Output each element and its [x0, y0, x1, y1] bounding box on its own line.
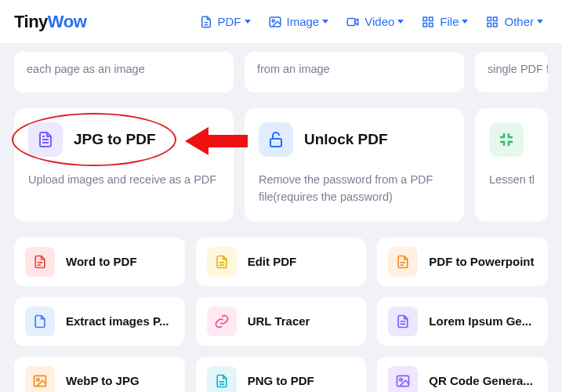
tool-label: URL Tracer: [248, 314, 310, 328]
feature-title: JPG to PDF: [74, 131, 156, 148]
partial-card-1[interactable]: each page as an image: [14, 52, 234, 93]
feature-jpg-to-pdf[interactable]: JPG to PDF Upload images and receive as …: [14, 108, 234, 222]
image-icon: [25, 366, 55, 392]
nav-file[interactable]: File: [421, 15, 468, 29]
svg-point-14: [37, 379, 39, 381]
tool-edit-pdf[interactable]: Edit PDF: [196, 238, 367, 286]
document-icon: [25, 307, 55, 336]
nav-video[interactable]: Video: [346, 15, 404, 29]
tool-row-3: WebP to JPG PNG to PDF QR Code Genera...: [0, 357, 562, 392]
unlock-icon: [259, 122, 293, 157]
chevron-down-icon: [397, 20, 404, 24]
chevron-down-icon: [322, 20, 328, 24]
chevron-down-icon: [537, 20, 543, 24]
document-icon: [207, 247, 237, 277]
nav-other[interactable]: Other: [485, 15, 543, 29]
nav-label: File: [440, 15, 459, 28]
document-icon: [207, 366, 237, 392]
svg-rect-5: [423, 23, 427, 27]
tool-word-to-pdf[interactable]: Word to PDF: [14, 238, 185, 286]
tool-label: WebP to JPG: [66, 374, 140, 387]
svg-rect-6: [430, 23, 433, 27]
logo[interactable]: TinyWow: [14, 12, 86, 32]
video-icon: [346, 15, 360, 29]
tool-label: Edit PDF: [248, 255, 297, 268]
grid-icon: [421, 15, 435, 29]
top-nav: PDF Image Video File: [199, 15, 543, 29]
partial-desc: from an image: [257, 61, 330, 78]
feature-desc: Lessen the file: [489, 171, 534, 188]
app-header: TinyWow PDF Image Video: [0, 0, 562, 44]
tool-label: PDF to Powerpoint: [429, 255, 534, 268]
partial-card-3[interactable]: single PDF file: [475, 52, 548, 93]
tool-label: Lorem Ipsum Ge...: [429, 314, 531, 328]
chevron-down-icon: [245, 20, 251, 24]
svg-rect-8: [494, 17, 498, 21]
svg-rect-2: [347, 18, 355, 25]
link-icon: [207, 307, 237, 336]
logo-part2: Wow: [48, 12, 86, 31]
image-icon: [268, 15, 282, 29]
document-icon: [28, 122, 63, 157]
tool-qr-code-generator[interactable]: QR Code Genera...: [377, 357, 548, 392]
document-icon: [388, 307, 418, 336]
partial-desc: single PDF file: [488, 61, 548, 78]
svg-rect-7: [488, 17, 491, 21]
tool-row-1: Word to PDF Edit PDF PDF to Powerpoint: [0, 238, 562, 286]
feature-compress[interactable]: Co Lessen the file: [475, 108, 548, 222]
feature-desc: Remove the password from a PDF file(requ…: [259, 171, 450, 206]
tool-extract-images[interactable]: Extract images P...: [14, 297, 185, 346]
partial-desc: each page as an image: [27, 61, 145, 78]
partial-card-2[interactable]: from an image: [245, 52, 464, 93]
pdf-file-icon: [199, 15, 213, 29]
tool-png-to-pdf[interactable]: PNG to PDF: [196, 357, 367, 392]
nav-label: Other: [504, 15, 534, 28]
tool-label: Word to PDF: [66, 255, 137, 268]
nav-pdf[interactable]: PDF: [199, 15, 251, 29]
svg-rect-3: [423, 17, 427, 21]
tool-url-tracer[interactable]: URL Tracer: [196, 297, 367, 346]
nav-label: Image: [287, 15, 320, 28]
svg-point-1: [272, 20, 274, 22]
compress-icon: [489, 122, 524, 157]
feature-unlock-pdf[interactable]: Unlock PDF Remove the password from a PD…: [245, 108, 464, 222]
nav-label: PDF: [218, 15, 241, 28]
nav-label: Video: [364, 15, 394, 28]
feature-row: JPG to PDF Upload images and receive as …: [0, 108, 562, 222]
tool-label: Extract images P...: [66, 314, 169, 328]
partial-feature-row: each page as an image from an image sing…: [0, 52, 562, 93]
svg-rect-9: [488, 23, 491, 27]
feature-head: JPG to PDF: [28, 122, 219, 157]
svg-rect-11: [270, 139, 281, 147]
nav-image[interactable]: Image: [268, 15, 329, 29]
tool-pdf-to-powerpoint[interactable]: PDF to Powerpoint: [377, 238, 548, 286]
feature-head: Co: [489, 122, 534, 157]
svg-rect-4: [430, 17, 433, 21]
feature-desc: Upload images and receive as a PDF: [28, 171, 219, 188]
tool-label: PNG to PDF: [248, 374, 314, 387]
logo-part1: Tiny: [14, 12, 48, 31]
document-icon: [388, 247, 418, 277]
svg-point-16: [400, 379, 402, 381]
svg-rect-10: [494, 23, 498, 27]
document-icon: [25, 247, 55, 277]
grid-icon: [485, 15, 499, 29]
chevron-down-icon: [462, 20, 468, 24]
tool-webp-to-jpg[interactable]: WebP to JPG: [14, 357, 185, 392]
tool-label: QR Code Genera...: [429, 374, 533, 387]
image-icon: [388, 366, 418, 392]
feature-title: Unlock PDF: [304, 131, 388, 148]
tool-lorem-ipsum[interactable]: Lorem Ipsum Ge...: [377, 297, 548, 346]
tool-row-2: Extract images P... URL Tracer Lorem Ips…: [0, 297, 562, 346]
feature-head: Unlock PDF: [259, 122, 450, 157]
